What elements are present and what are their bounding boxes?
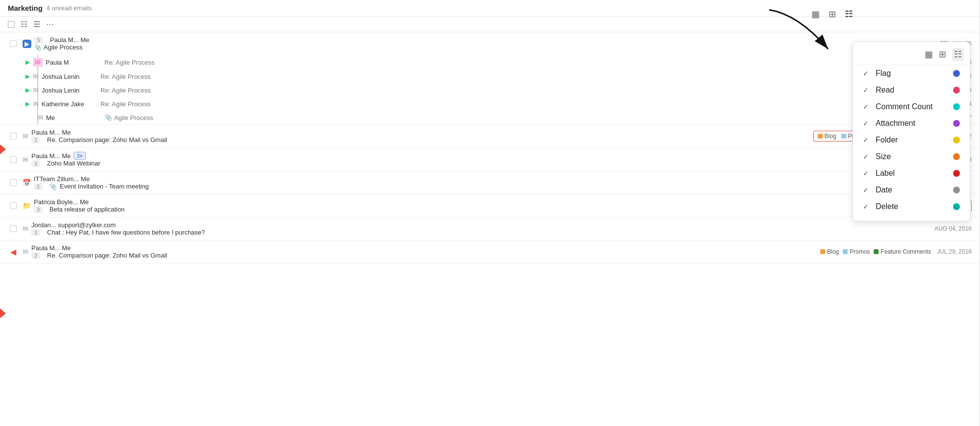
- comment-count-color-dot: [953, 103, 960, 110]
- thread-sender: Jordan... support@zylker.com: [31, 221, 934, 229]
- play-button[interactable]: ▶: [23, 40, 31, 48]
- thread-subject: Agile Process: [44, 44, 82, 51]
- blog-label2: Blog: [827, 248, 839, 255]
- dropdown-item-delete[interactable]: ✓ Delete: [853, 198, 970, 215]
- thread-chat-header[interactable]: ✉ Jordan... support@zylker.com 3 Chat : …: [0, 217, 980, 240]
- check-icon: ✓: [863, 203, 871, 211]
- thread-agile-header[interactable]: ▶ 5 Paula M... Me 📎 Agile Process FRI MA…: [0, 32, 980, 55]
- view-icon-grid[interactable]: ⊞: [829, 9, 836, 20]
- dropdown-label-attachment: Attachment: [876, 119, 948, 128]
- thread-webinar-header[interactable]: ✉ Paula M... Me 3≡ 3 Zoho Mail Webinar 1…: [0, 148, 980, 171]
- label-color-dot: [953, 170, 960, 177]
- thread-count: 3: [31, 160, 40, 167]
- dropdown-item-size[interactable]: ✓ Size: [853, 148, 970, 165]
- check-icon: ✓: [863, 169, 871, 177]
- thread-checkbox[interactable]: ◀: [8, 247, 19, 257]
- attachment-icon: 📎: [49, 183, 57, 190]
- thread-meta: Jordan... support@zylker.com 3 Chat : He…: [31, 221, 934, 236]
- flag-green: ▶: [25, 100, 30, 107]
- thread-chat: ✉ Jordan... support@zylker.com 3 Chat : …: [0, 217, 980, 240]
- thread-subject: Event Invitation - Team meeting: [60, 183, 149, 190]
- header-left: Marketing 4 unread emails: [8, 4, 92, 12]
- filter-icon[interactable]: ☷: [21, 20, 27, 29]
- thread-sender: Paula M... Me: [31, 244, 820, 252]
- view-icon-columns[interactable]: ☷: [845, 9, 853, 20]
- tag-blog: Blog: [818, 133, 836, 140]
- thread-checkbox[interactable]: [8, 133, 19, 140]
- dropdown-item-folder[interactable]: ✓ Folder: [853, 132, 970, 148]
- item-subject: Re: Agile Process: [104, 59, 911, 66]
- email-item[interactable]: ▶ ✉ Katherine Jake Re: Agile Process TOM…: [0, 97, 980, 111]
- folder-icon: 📁: [23, 202, 31, 210]
- left-indicator-1: [0, 144, 6, 154]
- flag-red: ◀: [10, 247, 16, 257]
- select-all-checkbox[interactable]: [8, 21, 15, 28]
- thread-comparison2-header[interactable]: ◀ ✉ Paula M... Me 2 Re. Comparison page:…: [0, 240, 980, 263]
- promos-label2: Promos: [850, 248, 870, 255]
- thread-comparison-header[interactable]: ✉ Paula M... Me 2 Re. Comparison page: Z…: [0, 125, 980, 147]
- more-icon[interactable]: ⋯: [46, 20, 54, 29]
- thread-count: 5: [34, 37, 43, 44]
- dropdown-header: ▦ ⊞ ☷: [853, 48, 970, 65]
- thread-count: 2: [31, 252, 40, 259]
- dropdown-item-comment-count[interactable]: ✓ Comment Count: [853, 98, 970, 115]
- email-item[interactable]: ✉ Me 📎 Agile Process MARKETING OCT 07, 2…: [0, 111, 980, 124]
- thread-checkbox[interactable]: [8, 40, 19, 47]
- thread-subject: Beta release of application: [49, 206, 124, 213]
- thread-checkbox[interactable]: [8, 225, 19, 232]
- date-color-dot: [953, 187, 960, 193]
- fc-dot2: [874, 249, 879, 254]
- promos-dot: [841, 134, 846, 139]
- attachment-color-dot: [953, 120, 960, 127]
- thread-count: 2: [31, 137, 40, 143]
- thread-webinar: ✉ Paula M... Me 3≡ 3 Zoho Mail Webinar 1…: [0, 148, 980, 171]
- envelope-icon: ✉: [33, 86, 39, 94]
- read-color-dot: [953, 87, 960, 94]
- tag-pills-area2: Blog Promos Feature Comments: [820, 248, 931, 255]
- dropdown-label-date: Date: [876, 186, 948, 194]
- email-item[interactable]: ▶ ✉ Paula M Re: Agile Process TOME FRI M…: [0, 55, 980, 70]
- envelope-icon: ✉: [33, 58, 43, 67]
- dropdown-view-message[interactable]: ▦: [925, 49, 933, 60]
- tag-fc2: Feature Comments: [874, 248, 931, 255]
- check-icon: ✓: [863, 119, 871, 127]
- envelope-icon: ✉: [37, 114, 43, 121]
- dropdown-item-attachment[interactable]: ✓ Attachment: [853, 115, 970, 132]
- check-icon: ✓: [863, 86, 871, 94]
- thread-checkbox[interactable]: [8, 202, 19, 209]
- thread-invitation-header[interactable]: 📅 ITTeam Zillum... Me 2 📎 Event Invitati…: [0, 171, 980, 194]
- thread-sender: Paula M... Me: [31, 129, 813, 136]
- thread-checkbox[interactable]: [8, 179, 19, 186]
- thread-date: AUG 04, 2016: [934, 225, 972, 232]
- flag-green: ▶: [25, 87, 30, 94]
- email-list: ▶ 5 Paula M... Me 📎 Agile Process FRI MA…: [0, 32, 980, 426]
- blog-dot2: [820, 249, 825, 254]
- envelope-icon: ✉: [23, 225, 28, 233]
- thread-checkbox[interactable]: [8, 156, 19, 163]
- dropdown-label-flag: Flag: [876, 69, 948, 78]
- thread-beta-header[interactable]: 📁 Patricia Boyle... Me 3 Beta release of…: [0, 194, 980, 217]
- dropdown-item-date[interactable]: ✓ Date: [853, 182, 970, 198]
- email-item[interactable]: ▶ ✉ Joshua Lenin Re: Agile Process TOME …: [0, 70, 980, 83]
- promos-dot2: [843, 249, 848, 254]
- calendar-icon: 📅: [23, 179, 31, 187]
- view-icon-message[interactable]: ▦: [811, 9, 820, 20]
- sort-icon[interactable]: ☰: [33, 20, 40, 29]
- delete-color-dot: [953, 203, 960, 210]
- thread-agile: ▶ 5 Paula M... Me 📎 Agile Process FRI MA…: [0, 32, 980, 125]
- blog-label: Blog: [825, 133, 836, 140]
- thread-meta: Paula M... Me 2 Re. Comparison page: Zoh…: [31, 129, 813, 143]
- thread-sender: Patricia Boyle... Me: [34, 198, 917, 206]
- dropdown-item-label[interactable]: ✓ Label: [853, 165, 970, 182]
- envelope-icon: ✉: [23, 132, 28, 140]
- email-item[interactable]: ▶ ✉ Joshua Lenin Re: Agile Process TOME …: [0, 83, 980, 97]
- item-subject: Re: Agile Process: [100, 100, 917, 108]
- dropdown-item-flag[interactable]: ✓ Flag: [853, 65, 970, 82]
- tag-promos2: Promos: [843, 248, 870, 255]
- dropdown-item-read[interactable]: ✓ Read: [853, 82, 970, 98]
- badge-icon: 3≡: [74, 152, 86, 160]
- dropdown-view-grid[interactable]: ⊞: [939, 49, 946, 60]
- thread-meta: ITTeam Zillum... Me 2 📎 Event Invitation…: [34, 175, 916, 190]
- dropdown-view-columns[interactable]: ☷: [952, 48, 964, 61]
- blog-dot: [818, 134, 823, 139]
